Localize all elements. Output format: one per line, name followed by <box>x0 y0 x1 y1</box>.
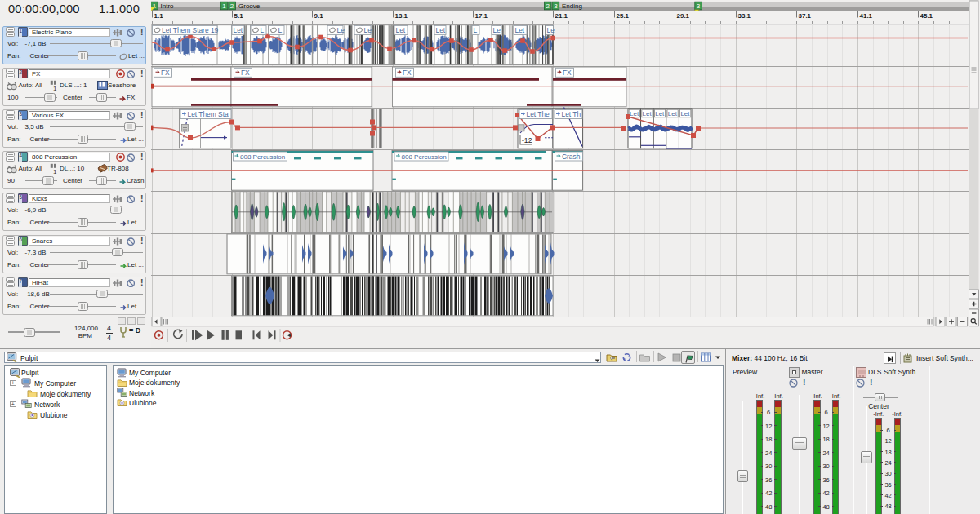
svg-text:Crash: Crash <box>562 153 581 161</box>
svg-text:L: L <box>261 26 265 34</box>
svg-text:Intro: Intro <box>161 2 175 10</box>
svg-text:1.1: 1.1 <box>154 12 164 20</box>
svg-text:2: 2 <box>230 2 234 10</box>
svg-text:Let Th: Let Th <box>562 110 581 118</box>
svg-text:45.1: 45.1 <box>920 12 933 20</box>
svg-text:Let: Let <box>680 110 690 117</box>
svg-text:13.1: 13.1 <box>395 12 408 20</box>
svg-text:25.1: 25.1 <box>617 12 630 20</box>
svg-text:Le: Le <box>337 26 345 34</box>
svg-text:808 Percussion: 808 Percussion <box>402 153 447 161</box>
svg-text:Let Them Sta: Let Them Sta <box>188 110 229 118</box>
svg-text:33.1: 33.1 <box>738 12 751 20</box>
svg-text:Let: Let <box>396 26 406 34</box>
svg-text:Le: Le <box>493 26 501 34</box>
svg-text:808 Percussion: 808 Percussion <box>240 153 285 161</box>
svg-text:Let The: Let The <box>527 110 550 118</box>
svg-text:-12: -12 <box>522 136 532 144</box>
svg-text:Let: Let <box>436 26 446 34</box>
svg-text:17.1: 17.1 <box>475 12 488 20</box>
svg-text:1: 1 <box>222 2 226 10</box>
svg-text:29.1: 29.1 <box>677 12 690 20</box>
svg-text:2: 2 <box>546 2 550 10</box>
svg-text:L: L <box>278 26 283 34</box>
svg-text:Le: Le <box>364 26 372 34</box>
svg-text:41.1: 41.1 <box>860 12 873 20</box>
svg-text:FX: FX <box>241 69 250 77</box>
svg-text:Let: Let <box>630 110 639 117</box>
svg-text:Let: Let <box>668 110 678 117</box>
svg-text:L: L <box>474 26 478 34</box>
svg-text:Le: Le <box>547 26 555 34</box>
svg-text:Groove: Groove <box>238 2 261 10</box>
svg-text:Let: Let <box>515 26 525 34</box>
svg-text:3: 3 <box>697 2 701 10</box>
svg-text:5.1: 5.1 <box>234 12 244 20</box>
svg-text:21.1: 21.1 <box>555 12 568 20</box>
svg-text:1: 1 <box>53 168 57 175</box>
svg-text:FX: FX <box>403 69 412 77</box>
svg-text:Ending: Ending <box>562 2 582 10</box>
svg-text:FX: FX <box>563 69 572 77</box>
svg-text:37.1: 37.1 <box>799 12 812 20</box>
svg-text:1: 1 <box>53 85 57 91</box>
svg-text:Let: Let <box>234 26 243 34</box>
svg-text:Let Them Stare 19: Let Them Stare 19 <box>162 26 219 34</box>
svg-text:Let: Let <box>655 110 665 117</box>
svg-text:3: 3 <box>554 2 558 10</box>
svg-text:FX: FX <box>161 69 170 77</box>
svg-text:Let: Let <box>643 110 653 117</box>
svg-text:9.1: 9.1 <box>314 12 324 20</box>
